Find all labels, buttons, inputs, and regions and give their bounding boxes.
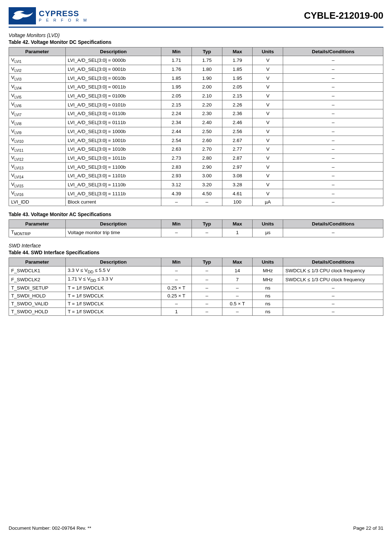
- table-row: VLVI9LVI_A/D_SEL[3:0] = 1000b2.442.502.5…: [9, 127, 383, 136]
- column-header: Max: [222, 220, 253, 228]
- cell-description: LVI_A/D_SEL[3:0] = 1010b: [65, 145, 161, 154]
- cell-max: 100: [222, 198, 253, 206]
- cell-parameter: VLVI4: [9, 83, 66, 92]
- cell-min: 2.63: [161, 145, 192, 154]
- cell-units: ns: [253, 300, 283, 308]
- cell-units: V: [253, 74, 283, 83]
- cell-min: 2.24: [161, 109, 192, 118]
- cell-description: Voltage monitor trip time: [65, 228, 161, 237]
- cell-units: V: [253, 56, 283, 65]
- cell-parameter: VLVI14: [9, 171, 66, 180]
- table-row: VLVI6LVI_A/D_SEL[3:0] = 0101b2.152.202.2…: [9, 100, 383, 109]
- table-row: VLVI1LVI_A/D_SEL[3:0] = 0000b1.711.751.7…: [9, 56, 383, 65]
- cell-details: SWDCLK ≤ 1/3 CPU clock frequency: [283, 266, 383, 275]
- cell-max: 1.85: [222, 65, 253, 74]
- cell-max: 2.46: [222, 118, 253, 127]
- cell-units: µA: [253, 198, 283, 206]
- table-row: VLVI5LVI_A/D_SEL[3:0] = 0100b2.052.102.1…: [9, 91, 383, 100]
- cell-details: –: [283, 198, 383, 206]
- cell-parameter: VLVI7: [9, 109, 66, 118]
- cell-parameter: LVI_IDD: [9, 198, 66, 206]
- cell-min: –: [161, 228, 192, 237]
- cell-typ: 2.70: [192, 145, 222, 154]
- cell-description: LVI_A/D_SEL[3:0] = 0100b: [65, 91, 161, 100]
- cell-typ: –: [192, 292, 222, 300]
- cell-typ: 2.50: [192, 127, 222, 136]
- cell-min: 2.05: [161, 91, 192, 100]
- table-row: VLVI16LVI_A/D_SEL[3:0] = 1111b4.394.504.…: [9, 189, 383, 198]
- cell-details: –: [283, 163, 383, 172]
- cell-min: 2.54: [161, 136, 192, 145]
- cell-min: –: [161, 275, 192, 284]
- cell-min: 2.83: [161, 163, 192, 172]
- cell-max: 4.61: [222, 189, 253, 198]
- cell-units: ns: [253, 308, 283, 316]
- cell-parameter: F_SWDCLK2: [9, 275, 66, 284]
- cell-max: 2.77: [222, 145, 253, 154]
- table-row: T_SWDI_HOLDT = 1/f SWDCLK0.25 × T––ns–: [9, 292, 383, 300]
- column-header: Description: [65, 257, 161, 266]
- cell-description: LVI_A/D_SEL[3:0] = 1000b: [65, 127, 161, 136]
- table42-caption: Table 42. Voltage Monitor DC Specificati…: [9, 40, 383, 45]
- cell-description: T = 1/f SWDCLK: [65, 308, 161, 316]
- cell-description: LVI_A/D_SEL[3:0] = 1101b: [65, 171, 161, 180]
- cell-max: 1.95: [222, 74, 253, 83]
- cell-max: 7: [222, 275, 253, 284]
- cell-max: 2.56: [222, 127, 253, 136]
- section-swd-interface: SWD Interface: [9, 243, 383, 249]
- brand-tagline: P E R F O R M: [39, 18, 88, 22]
- cell-parameter: VLVI16: [9, 189, 66, 198]
- cell-parameter: VLVI8: [9, 118, 66, 127]
- cell-units: V: [253, 180, 283, 189]
- cell-max: 2.05: [222, 83, 253, 92]
- cell-description: LVI_A/D_SEL[3:0] = 0110b: [65, 109, 161, 118]
- cell-description: LVI_A/D_SEL[3:0] = 1011b: [65, 154, 161, 163]
- cell-details: –: [283, 127, 383, 136]
- column-header: Min: [161, 220, 192, 228]
- cell-units: V: [253, 65, 283, 74]
- cell-details: –: [283, 189, 383, 198]
- cell-description: LVI_A/D_SEL[3:0] = 0111b: [65, 118, 161, 127]
- cell-min: 2.34: [161, 118, 192, 127]
- cell-description: LVI_A/D_SEL[3:0] = 0001b: [65, 65, 161, 74]
- cell-typ: 2.30: [192, 109, 222, 118]
- cell-units: MHz: [253, 275, 283, 284]
- cell-description: LVI_A/D_SEL[3:0] = 1001b: [65, 136, 161, 145]
- cell-description: LVI_A/D_SEL[3:0] = 1110b: [65, 180, 161, 189]
- cell-units: V: [253, 154, 283, 163]
- table-row: F_SWDCLK21.71 V ≤ VDD ≤ 3.3 V––7MHzSWDCL…: [9, 275, 383, 284]
- column-header: Description: [65, 220, 161, 228]
- cell-max: –: [222, 284, 253, 292]
- cell-units: V: [253, 136, 283, 145]
- table44-caption: Table 44. SWD Interface Specifications: [9, 250, 383, 255]
- table-row: T_SWDO_VALIDT = 1/f SWDCLK––0.5 × Tns–: [9, 300, 383, 308]
- table-row: VLVI13LVI_A/D_SEL[3:0] = 1100b2.832.902.…: [9, 163, 383, 172]
- cell-max: 3.28: [222, 180, 253, 189]
- table-row: VLVI15LVI_A/D_SEL[3:0] = 1110b3.123.203.…: [9, 180, 383, 189]
- cell-description: T = 1/f SWDCLK: [65, 284, 161, 292]
- cell-description: T = 1/f SWDCLK: [65, 300, 161, 308]
- cell-max: 1: [222, 228, 253, 237]
- cell-typ: 3.00: [192, 171, 222, 180]
- cell-description: 3.3 V ≤ VDD ≤ 5.5 V: [65, 266, 161, 275]
- table-row: VLVI10LVI_A/D_SEL[3:0] = 1001b2.542.602.…: [9, 136, 383, 145]
- table-row: LVI_IDDBlock current––100µA–: [9, 198, 383, 206]
- cell-min: 2.15: [161, 100, 192, 109]
- cell-description: LVI_A/D_SEL[3:0] = 0011b: [65, 83, 161, 92]
- column-header: Typ: [192, 257, 222, 266]
- column-header: Max: [222, 257, 253, 266]
- table-row: VLVI4LVI_A/D_SEL[3:0] = 0011b1.952.002.0…: [9, 83, 383, 92]
- cell-units: ns: [253, 284, 283, 292]
- cell-parameter: TMONTRIP: [9, 228, 66, 237]
- column-header: Parameter: [9, 220, 66, 228]
- cell-description: 1.71 V ≤ VDD ≤ 3.3 V: [65, 275, 161, 284]
- cell-min: –: [161, 300, 192, 308]
- cell-parameter: VLVI13: [9, 163, 66, 172]
- cell-typ: 2.40: [192, 118, 222, 127]
- cell-parameter: VLVI12: [9, 154, 66, 163]
- cell-typ: –: [192, 198, 222, 206]
- cell-details: –: [283, 109, 383, 118]
- cell-details: –: [283, 180, 383, 189]
- cell-min: 2.93: [161, 171, 192, 180]
- cell-parameter: VLVI3: [9, 74, 66, 83]
